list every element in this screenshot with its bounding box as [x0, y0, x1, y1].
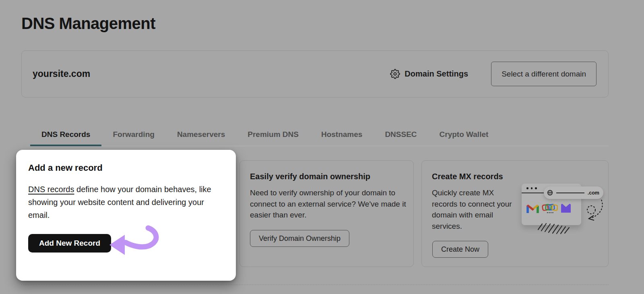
domain-settings-label: Domain Settings [405, 69, 468, 79]
tab-dns-records[interactable]: DNS Records [30, 130, 101, 146]
page-title: DNS Management [21, 14, 155, 33]
add-record-description: DNS records define how your domain behav… [28, 183, 226, 222]
url-placeholder-line [556, 193, 584, 193]
dns-records-link[interactable]: DNS records [28, 185, 74, 194]
tab-premium-dns[interactable]: Premium DNS [236, 130, 310, 146]
domain-bar-actions: Domain Settings Select a different domai… [390, 62, 608, 86]
gmail-icon [526, 204, 539, 213]
domain-name: yoursite.com [33, 68, 90, 79]
email-squares-icon [542, 202, 558, 214]
address-bar-pill: .com [544, 186, 603, 199]
tab-crypto-wallet[interactable]: Crypto Wallet [428, 130, 500, 146]
create-mx-card: Create MX records Quickly create MX reco… [421, 160, 609, 267]
tab-bar: DNS Records Forwarding Nameservers Premi… [30, 130, 609, 146]
domain-settings-button[interactable]: Domain Settings [390, 69, 468, 79]
verify-domain-ownership-button[interactable]: Verify Domain Ownership [250, 230, 349, 247]
hatch-marks [537, 221, 574, 235]
add-record-card: Add a new record DNS records define how … [16, 150, 236, 281]
verify-ownership-description: Need to verify ownership of your domain … [250, 187, 406, 221]
dashed-arrow-doodle [585, 199, 607, 223]
gear-icon [390, 69, 400, 79]
section-divider [21, 284, 609, 285]
email-provider-logos [526, 202, 571, 214]
globe-icon [547, 190, 553, 196]
verify-ownership-card: Easily verify domain ownership Need to v… [239, 160, 414, 267]
tab-hostnames[interactable]: Hostnames [310, 130, 374, 146]
tab-forwarding[interactable]: Forwarding [101, 130, 165, 146]
tld-label: .com [588, 190, 599, 196]
create-now-button[interactable]: Create Now [432, 241, 488, 258]
purple-mail-icon [561, 204, 571, 213]
tab-nameservers[interactable]: Nameservers [166, 130, 236, 146]
window-dots-icon [526, 187, 537, 189]
verify-ownership-title: Easily verify domain ownership [250, 172, 370, 181]
domain-bar: yoursite.com Domain Settings Select a di… [21, 50, 609, 97]
add-new-record-button[interactable]: Add New Record [28, 234, 111, 253]
purple-arrow-annotation [106, 222, 162, 261]
select-different-domain-button[interactable]: Select a different domain [491, 62, 597, 86]
add-record-title: Add a new record [28, 163, 103, 173]
create-mx-description: Quickly create MX records to connect you… [432, 187, 520, 232]
tab-dnssec[interactable]: DNSSEC [374, 130, 428, 146]
create-mx-title: Create MX records [432, 172, 503, 181]
